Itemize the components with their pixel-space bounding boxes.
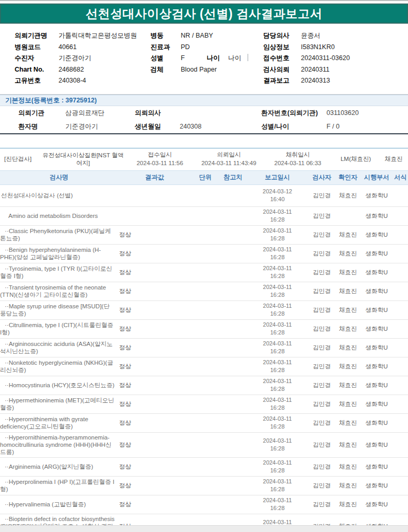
- table-row[interactable]: ··Hypervalinemia (고발린혈증)정상2024-03-11 16:…: [0, 495, 408, 514]
- table-row[interactable]: ··Benign hyperphenylalaninemia (H-PHE)(양…: [0, 245, 408, 263]
- table-row[interactable]: ··Citrullinemia, type I (CIT)(시트룰린혈증 I형)…: [0, 320, 408, 339]
- table-row[interactable]: ··Maple syrup urine disease [MSUD](단풍당뇨증…: [0, 301, 408, 320]
- department-cell: 생화학U: [360, 419, 393, 427]
- verifier-cell: 채효진: [335, 363, 360, 371]
- table-row[interactable]: ··Hyperornithinemia with gyrate deficien…: [0, 414, 408, 433]
- test-name-cell: ··Hypermethioninemia (MET)(고메티오닌혈증): [0, 397, 118, 412]
- page-title: 선천성대사이상검사 (선별) 검사결과보고서: [86, 6, 322, 22]
- table-row[interactable]: ··Hyperornithinemia-hyperammonemia-homoc…: [0, 433, 408, 458]
- technician-cell: 김민경: [308, 463, 335, 471]
- report-datetime: 2024-03-11 16:28: [259, 208, 296, 224]
- verifier-cell: 채효진: [335, 501, 360, 508]
- table-row[interactable]: ··Hyperprolinemia I (HP I)(고프롤린혈증 I형)정상2…: [0, 477, 408, 495]
- test-name-cell: ··Argininosuccinic aciduria (ASA)(알지노석시닌…: [0, 340, 118, 355]
- department-cell: 생화학U: [360, 269, 393, 276]
- field-value: 031103620: [327, 106, 408, 120]
- report-datetime: 2024-03-11 16:28: [259, 264, 296, 280]
- datetime-field: 의뢰일시2024-03-11 11:43:49: [194, 151, 263, 167]
- report-datetime-cell: 2024-03-11 16:28: [247, 415, 308, 431]
- field-value: 20240313: [301, 75, 408, 87]
- report-datetime: 2024-03-11 16:28: [259, 340, 296, 355]
- datetime-field: 채취일시2024-03-11 06:33: [263, 151, 332, 167]
- field-value: 기준경아기: [59, 53, 150, 64]
- field-value: 20240311-03620: [301, 53, 408, 64]
- table-row[interactable]: 선천성대사이상검사 (선별)2024-03-12 16:40김민경채효진생화학U: [0, 185, 408, 207]
- report-datetime: 2024-03-11 16:28: [259, 246, 296, 261]
- report-datetime: 2024-03-11 16:28: [259, 227, 296, 242]
- report-datetime: 2024-03-11 16:28: [259, 459, 296, 475]
- verifier-cell: 채효진: [335, 269, 360, 276]
- report-datetime-cell: 2024-03-11 16:28: [247, 246, 308, 261]
- report-datetime-cell: 2024-03-11 16:28: [247, 396, 308, 412]
- table-row[interactable]: ··Classic Phenylketonuria (PKU)(페닐케톤뇨증)정…: [0, 226, 408, 245]
- report-datetime: 2024-03-11 16:28: [259, 321, 296, 337]
- column-header: 검사자: [308, 173, 335, 182]
- table-row[interactable]: ··Argininemia (ARG)(알지닌혈증)정상2024-03-11 1…: [0, 458, 408, 477]
- technician-cell: 김민경: [308, 269, 335, 276]
- field-label: 환자명: [18, 120, 65, 133]
- field-value: F: [181, 54, 185, 62]
- verifier-cell: 채효진: [335, 306, 360, 314]
- column-header: 단위: [191, 173, 219, 182]
- field-value: [180, 106, 261, 120]
- result-value-cell: 정상: [118, 501, 191, 508]
- table-row[interactable]: ··Hypermethioninemia (MET)(고메티오닌혈증)정상202…: [0, 395, 408, 414]
- field-label: 임상정보: [263, 42, 301, 53]
- field-value: 20240311: [301, 64, 408, 76]
- department-cell: 생화학U: [360, 381, 393, 389]
- department-cell: 생화학U: [360, 192, 393, 200]
- result-value-cell: 정상: [118, 441, 191, 449]
- field-label: 고유번호: [15, 75, 59, 87]
- table-row[interactable]: ··Transient tyrosinemia of the neonate (…: [0, 282, 408, 301]
- report-datetime-cell: 2024-03-11 16:28: [247, 478, 308, 493]
- test-name-cell: 선천성대사이상검사 (선별): [0, 192, 118, 199]
- test-name-cell: ··Hyperprolinemia I (HP I)(고프롤린혈증 I형): [0, 478, 118, 493]
- report-datetime-cell: 2024-03-11 16:28: [247, 377, 308, 393]
- technician-cell: 김민경: [308, 231, 335, 239]
- report-datetime-cell: 2024-03-11 16:28: [247, 358, 308, 374]
- report-datetime-cell: 2024-03-11 16:28: [247, 264, 308, 280]
- field-label: 수진자: [15, 53, 59, 64]
- technician-cell: 김민경: [308, 250, 335, 258]
- table-row[interactable]: ··Homocystinuria (HCY)(호모시스틴뇨증)정상2024-03…: [0, 376, 408, 395]
- report-datetime: 2024-03-11 16:28: [259, 415, 296, 431]
- table-row[interactable]: ··Argininosuccinic aciduria (ASA)(알지노석시닌…: [0, 339, 408, 357]
- field-label: 접수일시: [125, 151, 194, 159]
- report-datetime-cell: 2024-03-11 16:28: [247, 340, 308, 355]
- field-value: 2024-03-11 11:56: [125, 159, 194, 168]
- column-header: 보고일시: [247, 173, 308, 182]
- field-value: F / 0: [327, 120, 408, 133]
- verifier-cell: 채효진: [335, 381, 360, 389]
- report-datetime: 2024-03-11 16:28: [259, 496, 296, 512]
- technician-cell: 김민경: [308, 441, 335, 449]
- result-value-cell: 정상: [118, 325, 191, 333]
- column-header: 확인자: [335, 173, 360, 182]
- report-datetime-cell: 2024-03-11 16:28: [247, 208, 308, 224]
- test-name-cell: ··Tyrosinemia, type I (TYR I)(고타이로신혈증 I형…: [0, 265, 118, 280]
- results-table-header: 검사명결과값단위참고치보고일시검사자확인자시행부서서식: [0, 170, 408, 185]
- diagnosis-strip: [진단검사] 유전성대사이상질환[NST 혈액여지] 접수일시2024-03-1…: [0, 148, 408, 170]
- table-row[interactable]: Amino acid metabolism Disorders2024-03-1…: [0, 207, 408, 226]
- technician-cell: 김민경: [308, 212, 335, 220]
- test-name-cell: ··Citrullinemia, type I (CIT)(시트룰린혈증 I형): [0, 321, 118, 337]
- table-row[interactable]: ··Nonketotic hyperglycinemia (NKHG)(글리신뇌…: [0, 357, 408, 376]
- department-cell: 생화학U: [360, 306, 393, 314]
- field-label: 환자번호(의뢰기관): [261, 106, 327, 120]
- datetime-field: 접수일시2024-03-11 11:56: [125, 151, 194, 167]
- table-row[interactable]: ··Tyrosinemia, type I (TYR I)(고타이로신혈증 I형…: [0, 263, 408, 282]
- report-datetime-cell: 2024-03-11 16:28: [247, 283, 308, 299]
- footer-strip: [0, 525, 408, 532]
- department-cell: 생화학U: [360, 344, 393, 352]
- department-cell: 생화학U: [360, 363, 393, 371]
- field-value: I583N1KR0: [301, 42, 408, 53]
- technician-cell: 김민경: [308, 363, 335, 371]
- technician-cell: 김민경: [308, 419, 335, 427]
- collector-name: 채효진: [379, 155, 408, 163]
- field-label: 검사의뢰: [263, 64, 301, 76]
- technician-cell: 김민경: [308, 381, 335, 389]
- department-cell: 생화학U: [360, 231, 393, 239]
- result-value-cell: 정상: [118, 381, 191, 389]
- column-header: 참고치: [219, 173, 247, 182]
- column-header: 서식: [393, 173, 408, 182]
- diagnosis-test-name: 유전성대사이상질환[NST 혈액여지]: [41, 152, 125, 167]
